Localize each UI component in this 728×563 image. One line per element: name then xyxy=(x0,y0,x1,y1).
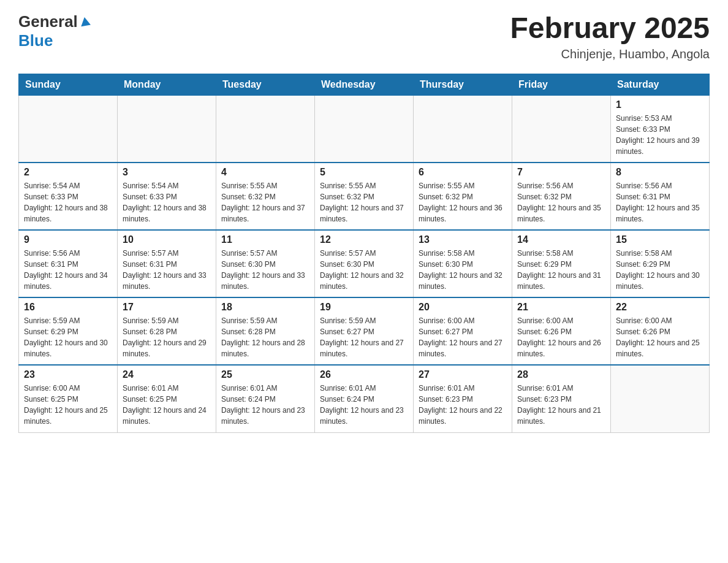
day-info: Sunrise: 5:54 AM Sunset: 6:33 PM Dayligh… xyxy=(24,180,112,224)
calendar-cell xyxy=(512,95,611,163)
day-number: 5 xyxy=(320,167,408,178)
logo-blue: Blue xyxy=(18,31,53,50)
calendar-cell: 6Sunrise: 5:55 AM Sunset: 6:32 PM Daylig… xyxy=(414,163,512,230)
day-info: Sunrise: 5:56 AM Sunset: 6:31 PM Dayligh… xyxy=(616,180,704,224)
day-number: 24 xyxy=(123,369,211,380)
day-number: 22 xyxy=(616,302,704,313)
calendar-cell xyxy=(118,95,216,163)
calendar-cell: 12Sunrise: 5:57 AM Sunset: 6:30 PM Dayli… xyxy=(315,230,414,297)
day-info: Sunrise: 5:55 AM Sunset: 6:32 PM Dayligh… xyxy=(320,180,408,224)
day-info: Sunrise: 5:55 AM Sunset: 6:32 PM Dayligh… xyxy=(221,180,309,224)
logo: General Blue xyxy=(18,12,91,50)
day-number: 23 xyxy=(24,369,112,380)
day-info: Sunrise: 5:56 AM Sunset: 6:32 PM Dayligh… xyxy=(517,180,605,224)
day-info: Sunrise: 5:58 AM Sunset: 6:30 PM Dayligh… xyxy=(419,248,507,292)
logo-general: General xyxy=(18,12,78,31)
day-number: 16 xyxy=(24,302,112,313)
day-number: 19 xyxy=(320,302,408,313)
title-area: February 2025 Chinjenje, Huambo, Angola xyxy=(510,12,710,61)
day-info: Sunrise: 5:57 AM Sunset: 6:30 PM Dayligh… xyxy=(221,248,309,292)
day-info: Sunrise: 5:56 AM Sunset: 6:31 PM Dayligh… xyxy=(24,248,112,292)
day-number: 14 xyxy=(517,234,605,245)
day-info: Sunrise: 5:55 AM Sunset: 6:32 PM Dayligh… xyxy=(419,180,507,224)
calendar-cell xyxy=(611,365,710,432)
day-header-tuesday: Tuesday xyxy=(216,74,315,95)
day-number: 11 xyxy=(221,234,309,245)
page-header: General Blue February 2025 Chinjenje, Hu… xyxy=(18,12,710,61)
location: Chinjenje, Huambo, Angola xyxy=(510,47,710,61)
month-title: February 2025 xyxy=(510,12,710,45)
calendar-cell: 22Sunrise: 6:00 AM Sunset: 6:26 PM Dayli… xyxy=(611,297,710,365)
day-header-friday: Friday xyxy=(512,74,611,95)
calendar-cell: 9Sunrise: 5:56 AM Sunset: 6:31 PM Daylig… xyxy=(19,230,118,297)
calendar-cell xyxy=(216,95,315,163)
calendar-cell: 5Sunrise: 5:55 AM Sunset: 6:32 PM Daylig… xyxy=(315,163,414,230)
calendar-cell xyxy=(19,95,118,163)
day-info: Sunrise: 6:01 AM Sunset: 6:23 PM Dayligh… xyxy=(419,383,507,427)
calendar-cell: 25Sunrise: 6:01 AM Sunset: 6:24 PM Dayli… xyxy=(216,365,315,432)
svg-marker-0 xyxy=(80,16,91,26)
calendar-cell: 27Sunrise: 6:01 AM Sunset: 6:23 PM Dayli… xyxy=(414,365,512,432)
day-number: 7 xyxy=(517,167,605,178)
day-info: Sunrise: 5:59 AM Sunset: 6:28 PM Dayligh… xyxy=(123,315,211,359)
calendar-cell: 19Sunrise: 5:59 AM Sunset: 6:27 PM Dayli… xyxy=(315,297,414,365)
calendar-cell: 28Sunrise: 6:01 AM Sunset: 6:23 PM Dayli… xyxy=(512,365,611,432)
day-info: Sunrise: 5:59 AM Sunset: 6:29 PM Dayligh… xyxy=(24,315,112,359)
day-info: Sunrise: 6:01 AM Sunset: 6:23 PM Dayligh… xyxy=(517,383,605,427)
day-number: 17 xyxy=(123,302,211,313)
day-number: 13 xyxy=(419,234,507,245)
day-header-sunday: Sunday xyxy=(19,74,118,95)
day-number: 1 xyxy=(616,99,704,110)
calendar-cell: 26Sunrise: 6:01 AM Sunset: 6:24 PM Dayli… xyxy=(315,365,414,432)
calendar-cell: 18Sunrise: 5:59 AM Sunset: 6:28 PM Dayli… xyxy=(216,297,315,365)
calendar-week-row: 2Sunrise: 5:54 AM Sunset: 6:33 PM Daylig… xyxy=(19,163,710,230)
day-number: 12 xyxy=(320,234,408,245)
day-info: Sunrise: 5:58 AM Sunset: 6:29 PM Dayligh… xyxy=(616,248,704,292)
day-info: Sunrise: 6:00 AM Sunset: 6:27 PM Dayligh… xyxy=(419,315,507,359)
day-number: 10 xyxy=(123,234,211,245)
day-number: 8 xyxy=(616,167,704,178)
calendar-cell: 11Sunrise: 5:57 AM Sunset: 6:30 PM Dayli… xyxy=(216,230,315,297)
calendar-cell: 23Sunrise: 6:00 AM Sunset: 6:25 PM Dayli… xyxy=(19,365,118,432)
day-number: 3 xyxy=(123,167,211,178)
day-number: 20 xyxy=(419,302,507,313)
day-info: Sunrise: 5:58 AM Sunset: 6:29 PM Dayligh… xyxy=(517,248,605,292)
day-header-monday: Monday xyxy=(118,74,216,95)
day-number: 18 xyxy=(221,302,309,313)
day-info: Sunrise: 5:57 AM Sunset: 6:30 PM Dayligh… xyxy=(320,248,408,292)
day-info: Sunrise: 6:00 AM Sunset: 6:26 PM Dayligh… xyxy=(616,315,704,359)
calendar-cell: 14Sunrise: 5:58 AM Sunset: 6:29 PM Dayli… xyxy=(512,230,611,297)
day-number: 2 xyxy=(24,167,112,178)
day-info: Sunrise: 6:00 AM Sunset: 6:25 PM Dayligh… xyxy=(24,383,112,427)
calendar-week-row: 16Sunrise: 5:59 AM Sunset: 6:29 PM Dayli… xyxy=(19,297,710,365)
day-number: 15 xyxy=(616,234,704,245)
calendar-cell: 15Sunrise: 5:58 AM Sunset: 6:29 PM Dayli… xyxy=(611,230,710,297)
calendar-cell xyxy=(414,95,512,163)
logo-triangle-icon xyxy=(80,16,91,29)
day-info: Sunrise: 5:59 AM Sunset: 6:27 PM Dayligh… xyxy=(320,315,408,359)
calendar-table: SundayMondayTuesdayWednesdayThursdayFrid… xyxy=(18,74,710,433)
calendar-cell: 16Sunrise: 5:59 AM Sunset: 6:29 PM Dayli… xyxy=(19,297,118,365)
calendar-header-row: SundayMondayTuesdayWednesdayThursdayFrid… xyxy=(19,74,710,95)
calendar-week-row: 9Sunrise: 5:56 AM Sunset: 6:31 PM Daylig… xyxy=(19,230,710,297)
day-number: 28 xyxy=(517,369,605,380)
day-header-wednesday: Wednesday xyxy=(315,74,414,95)
day-number: 6 xyxy=(419,167,507,178)
day-number: 21 xyxy=(517,302,605,313)
day-info: Sunrise: 6:01 AM Sunset: 6:24 PM Dayligh… xyxy=(320,383,408,427)
calendar-cell: 20Sunrise: 6:00 AM Sunset: 6:27 PM Dayli… xyxy=(414,297,512,365)
calendar-cell: 7Sunrise: 5:56 AM Sunset: 6:32 PM Daylig… xyxy=(512,163,611,230)
calendar-cell: 8Sunrise: 5:56 AM Sunset: 6:31 PM Daylig… xyxy=(611,163,710,230)
calendar-cell: 4Sunrise: 5:55 AM Sunset: 6:32 PM Daylig… xyxy=(216,163,315,230)
calendar-cell: 1Sunrise: 5:53 AM Sunset: 6:33 PM Daylig… xyxy=(611,95,710,163)
day-info: Sunrise: 5:57 AM Sunset: 6:31 PM Dayligh… xyxy=(123,248,211,292)
calendar-cell: 3Sunrise: 5:54 AM Sunset: 6:33 PM Daylig… xyxy=(118,163,216,230)
day-number: 4 xyxy=(221,167,309,178)
calendar-week-row: 1Sunrise: 5:53 AM Sunset: 6:33 PM Daylig… xyxy=(19,95,710,163)
day-info: Sunrise: 6:00 AM Sunset: 6:26 PM Dayligh… xyxy=(517,315,605,359)
day-info: Sunrise: 5:53 AM Sunset: 6:33 PM Dayligh… xyxy=(616,113,704,157)
calendar-cell: 21Sunrise: 6:00 AM Sunset: 6:26 PM Dayli… xyxy=(512,297,611,365)
calendar-cell: 17Sunrise: 5:59 AM Sunset: 6:28 PM Dayli… xyxy=(118,297,216,365)
day-info: Sunrise: 6:01 AM Sunset: 6:24 PM Dayligh… xyxy=(221,383,309,427)
day-header-saturday: Saturday xyxy=(611,74,710,95)
